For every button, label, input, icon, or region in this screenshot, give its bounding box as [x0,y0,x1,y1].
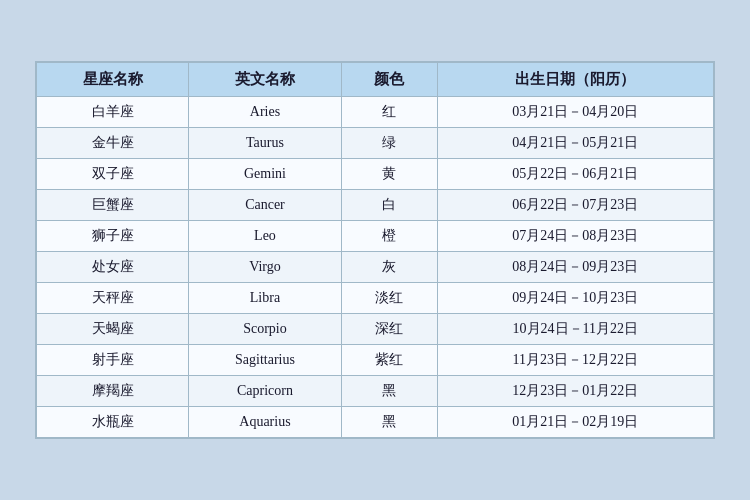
table-row: 双子座Gemini黄05月22日－06月21日 [37,159,714,190]
header-dates: 出生日期（阳历） [437,63,713,97]
cell-chinese-name: 水瓶座 [37,407,189,438]
cell-color: 紫红 [341,345,437,376]
cell-chinese-name: 摩羯座 [37,376,189,407]
cell-chinese-name: 处女座 [37,252,189,283]
table-row: 水瓶座Aquarius黑01月21日－02月19日 [37,407,714,438]
cell-color: 白 [341,190,437,221]
cell-color: 深红 [341,314,437,345]
cell-english-name: Cancer [189,190,341,221]
cell-dates: 09月24日－10月23日 [437,283,713,314]
cell-chinese-name: 巨蟹座 [37,190,189,221]
cell-dates: 05月22日－06月21日 [437,159,713,190]
cell-dates: 01月21日－02月19日 [437,407,713,438]
cell-color: 淡红 [341,283,437,314]
cell-color: 绿 [341,128,437,159]
header-english-name: 英文名称 [189,63,341,97]
table-row: 摩羯座Capricorn黑12月23日－01月22日 [37,376,714,407]
cell-english-name: Sagittarius [189,345,341,376]
cell-chinese-name: 天秤座 [37,283,189,314]
table-row: 狮子座Leo橙07月24日－08月23日 [37,221,714,252]
table-row: 天蝎座Scorpio深红10月24日－11月22日 [37,314,714,345]
table-row: 金牛座Taurus绿04月21日－05月21日 [37,128,714,159]
table-row: 白羊座Aries红03月21日－04月20日 [37,97,714,128]
cell-english-name: Libra [189,283,341,314]
cell-english-name: Gemini [189,159,341,190]
zodiac-table: 星座名称 英文名称 颜色 出生日期（阳历） 白羊座Aries红03月21日－04… [36,62,714,438]
cell-english-name: Capricorn [189,376,341,407]
cell-dates: 10月24日－11月22日 [437,314,713,345]
cell-english-name: Virgo [189,252,341,283]
cell-dates: 06月22日－07月23日 [437,190,713,221]
cell-color: 黑 [341,376,437,407]
cell-english-name: Aries [189,97,341,128]
table-header-row: 星座名称 英文名称 颜色 出生日期（阳历） [37,63,714,97]
table-row: 射手座Sagittarius紫红11月23日－12月22日 [37,345,714,376]
cell-chinese-name: 金牛座 [37,128,189,159]
cell-chinese-name: 天蝎座 [37,314,189,345]
cell-dates: 04月21日－05月21日 [437,128,713,159]
cell-color: 灰 [341,252,437,283]
header-color: 颜色 [341,63,437,97]
cell-color: 橙 [341,221,437,252]
cell-dates: 11月23日－12月22日 [437,345,713,376]
cell-chinese-name: 双子座 [37,159,189,190]
cell-chinese-name: 射手座 [37,345,189,376]
table-row: 处女座Virgo灰08月24日－09月23日 [37,252,714,283]
cell-english-name: Aquarius [189,407,341,438]
cell-color: 黑 [341,407,437,438]
zodiac-table-container: 星座名称 英文名称 颜色 出生日期（阳历） 白羊座Aries红03月21日－04… [35,61,715,439]
cell-english-name: Leo [189,221,341,252]
cell-chinese-name: 狮子座 [37,221,189,252]
cell-color: 黄 [341,159,437,190]
cell-dates: 07月24日－08月23日 [437,221,713,252]
cell-chinese-name: 白羊座 [37,97,189,128]
table-row: 巨蟹座Cancer白06月22日－07月23日 [37,190,714,221]
table-body: 白羊座Aries红03月21日－04月20日金牛座Taurus绿04月21日－0… [37,97,714,438]
cell-english-name: Scorpio [189,314,341,345]
cell-dates: 12月23日－01月22日 [437,376,713,407]
table-row: 天秤座Libra淡红09月24日－10月23日 [37,283,714,314]
header-chinese-name: 星座名称 [37,63,189,97]
cell-color: 红 [341,97,437,128]
cell-dates: 08月24日－09月23日 [437,252,713,283]
cell-dates: 03月21日－04月20日 [437,97,713,128]
cell-english-name: Taurus [189,128,341,159]
